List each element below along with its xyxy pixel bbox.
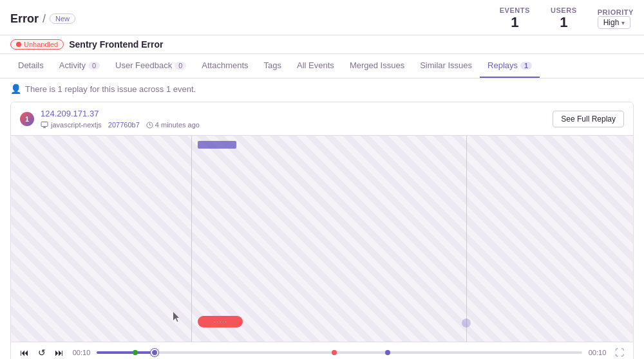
replays-count: 1 <box>520 62 532 69</box>
users-label: USERS <box>551 6 577 14</box>
breadcrumb-error-label: Error <box>10 12 39 26</box>
replay-card: 1 124.209.171.37 javascript-nextjs 20776… <box>10 102 634 359</box>
activity-count: 0 <box>88 62 100 69</box>
divider-right <box>466 136 467 342</box>
info-bar: 👤 There is 1 replay for this issue acros… <box>0 78 644 99</box>
tab-all-events[interactable]: All Events <box>289 54 342 78</box>
users-value: 1 <box>551 14 577 31</box>
tab-replays[interactable]: Replays 1 <box>480 54 540 78</box>
events-label: EVENTS <box>500 6 530 14</box>
platform-icon: javascript-nextjs <box>41 121 102 129</box>
priority-stat: PRIORITY High ▾ <box>598 8 634 29</box>
events-value: 1 <box>500 14 530 31</box>
top-header: Error / New EVENTS 1 USERS 1 PRIORITY Hi… <box>0 0 644 35</box>
playback-controls: ⏮ ↺ ⏭ 00:10 <box>11 342 633 359</box>
timeline-thumb[interactable] <box>151 349 158 356</box>
end-time-label: 00:10 <box>586 349 609 356</box>
meta-stats: EVENTS 1 USERS 1 PRIORITY High ▾ <box>500 6 634 31</box>
priority-value: High <box>603 18 620 27</box>
red-dot-icon <box>16 42 21 47</box>
event-dot-green <box>133 350 138 355</box>
tab-tags[interactable]: Tags <box>256 54 289 78</box>
user-feedback-count: 0 <box>175 62 186 69</box>
replay-user-info: 1 124.209.171.37 javascript-nextjs 20776… <box>20 109 200 129</box>
mock-replay-button: · · · · · <box>198 316 243 327</box>
tab-details[interactable]: Details <box>10 54 52 78</box>
priority-label: PRIORITY <box>598 8 634 16</box>
nav-tabs: Details Activity 0 User Feedback 0 Attac… <box>0 54 644 78</box>
tab-merged-issues[interactable]: Merged Issues <box>342 54 412 78</box>
time-ago: 4 minutes ago <box>146 121 200 129</box>
new-status-badge: New <box>50 14 75 24</box>
user-ip[interactable]: 124.209.171.37 <box>41 109 200 118</box>
tab-activity[interactable]: Activity 0 <box>52 54 108 78</box>
avatar: 1 <box>20 112 34 126</box>
commit-hash[interactable]: 207760b7 <box>108 121 140 129</box>
divider-left <box>191 136 192 342</box>
info-icon: 👤 <box>10 84 21 94</box>
users-stat: USERS 1 <box>551 6 577 31</box>
start-time-label: 00:10 <box>70 349 93 356</box>
error-title-row: Unhandled Sentry Frontend Error <box>0 35 644 54</box>
replay-preview[interactable]: · · · · · <box>11 136 633 342</box>
info-message: There is 1 replay for this issue across … <box>25 84 196 94</box>
replay-button[interactable]: ↺ <box>35 346 48 359</box>
unhandled-badge: Unhandled <box>10 39 64 50</box>
priority-button[interactable]: High ▾ <box>598 16 631 29</box>
skip-back-button[interactable]: ⏮ <box>17 346 32 359</box>
see-full-replay-button[interactable]: See Full Replay <box>553 111 624 127</box>
tab-user-feedback[interactable]: User Feedback 0 <box>108 54 194 78</box>
error-name: Sentry Frontend Error <box>69 39 163 50</box>
svg-rect-0 <box>41 122 48 127</box>
replay-card-header: 1 124.209.171.37 javascript-nextjs 20776… <box>11 102 633 136</box>
events-stat: EVENTS 1 <box>500 6 530 31</box>
cursor-icon <box>173 312 181 322</box>
mock-browser-bar <box>198 141 236 149</box>
timeline-track[interactable] <box>97 351 582 354</box>
event-dot-red <box>332 350 337 355</box>
fullscreen-button[interactable]: ⛶ <box>612 346 627 359</box>
unhandled-label: Unhandled <box>24 41 58 48</box>
ghost-element <box>462 318 471 327</box>
controls-row: ⏮ ↺ ⏭ 00:10 <box>17 346 627 359</box>
timeline-progress <box>97 351 155 354</box>
tab-attachments[interactable]: Attachments <box>194 54 256 78</box>
event-dot-blue <box>385 350 390 355</box>
platform-label: javascript-nextjs <box>51 121 102 129</box>
timeline[interactable] <box>97 346 582 359</box>
breadcrumb: Error / New <box>10 12 75 26</box>
breadcrumb-separator: / <box>43 12 46 26</box>
skip-forward-button[interactable]: ⏭ <box>52 346 66 359</box>
chevron-down-icon: ▾ <box>621 19 625 26</box>
tab-similar-issues[interactable]: Similar Issues <box>412 54 480 78</box>
replay-meta: javascript-nextjs 207760b7 4 minutes ago <box>41 121 200 129</box>
user-details: 124.209.171.37 javascript-nextjs 207760b… <box>41 109 200 129</box>
